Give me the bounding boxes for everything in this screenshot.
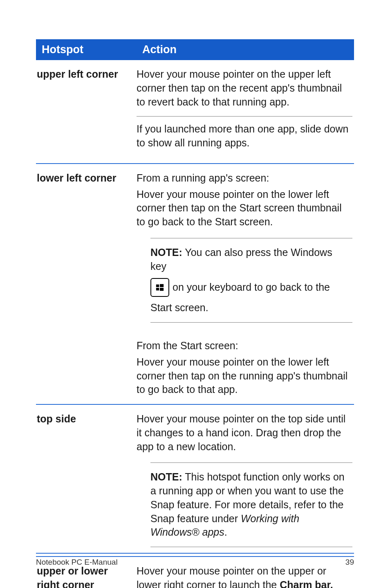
- svg-rect-0: [156, 285, 159, 287]
- note-box: NOTE: This hotspot function only works o…: [150, 462, 352, 547]
- note-line2-text: on your keyboard to go back to the: [173, 281, 330, 294]
- cell-lower-left-p4: Hover your mouse pointer on the lower le…: [137, 355, 354, 404]
- svg-rect-2: [156, 288, 159, 290]
- cell-upper-left-p1: Hover your mouse pointer on the upper le…: [137, 60, 354, 116]
- windows-logo-icon: [155, 283, 164, 292]
- header-hotspot: Hotspot: [36, 39, 137, 60]
- cell-top-side-p1: Hover your mouse pointer on the top side…: [137, 404, 354, 461]
- ulr-bold: Charm bar.: [280, 579, 333, 588]
- table-row: lower left corner From a running app's s…: [36, 164, 354, 188]
- note-box: NOTE: You can also press the Windows key…: [150, 238, 352, 323]
- footer-left: Notebook PC E-Manual: [36, 558, 118, 567]
- page-footer: Notebook PC E-Manual 39: [36, 553, 354, 567]
- cell-lower-left-p3: From the Start screen:: [137, 332, 354, 355]
- row-label-lower-left: lower left corner: [36, 164, 137, 404]
- svg-rect-3: [160, 288, 164, 291]
- windows-key-icon: [150, 278, 169, 297]
- cell-lower-left-note-wrap: NOTE: You can also press the Windows key…: [137, 236, 354, 332]
- row-label-top-side: top side: [36, 404, 137, 557]
- cell-upper-left-p2: If you launched more than one app, slide…: [137, 117, 352, 156]
- cell-upper-left-p2-wrap: If you launched more than one app, slide…: [137, 116, 354, 164]
- note-label: NOTE:: [150, 247, 182, 258]
- table-row: top side Hover your mouse pointer on the…: [36, 404, 354, 461]
- svg-rect-1: [160, 284, 164, 287]
- cell-lower-left-p1: From a running app's screen:: [137, 164, 354, 188]
- footer-right: 39: [345, 558, 354, 567]
- note-line1: NOTE: You can also press the Windows key: [150, 246, 348, 274]
- hotspot-action-table: Hotspot Action upper left corner Hover y…: [36, 39, 354, 588]
- row-label-upper-left: upper left corner: [36, 60, 137, 164]
- table-row: upper left corner Hover your mouse point…: [36, 60, 354, 116]
- note-line3: Start screen.: [150, 301, 348, 315]
- cell-top-side-note-wrap: NOTE: This hotspot function only works o…: [137, 461, 354, 557]
- note-label: NOTE:: [150, 471, 182, 483]
- cell-lower-left-p2: Hover your mouse pointer on the lower le…: [137, 188, 354, 236]
- note-line2: on your keyboard to go back to the: [150, 276, 348, 298]
- note-body-b: .: [224, 526, 227, 538]
- header-action: Action: [137, 39, 354, 60]
- table-header-row: Hotspot Action: [36, 39, 354, 60]
